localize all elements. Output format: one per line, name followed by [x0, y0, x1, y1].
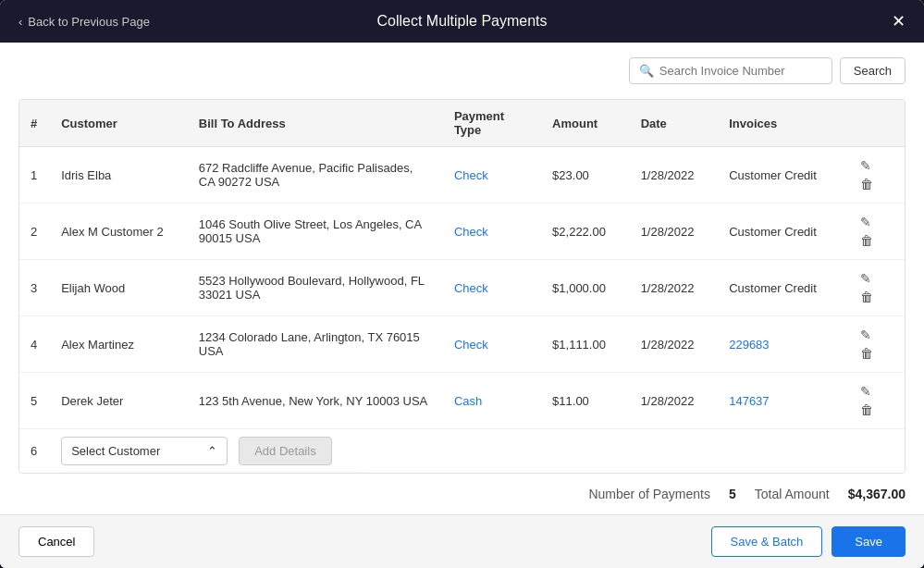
col-date: Date [630, 100, 719, 147]
cell-actions: ✎ 🗑 [845, 373, 905, 429]
select-customer-label: Select Customer [71, 444, 160, 458]
cell-customer: Derek Jeter [50, 373, 188, 429]
cell-payment-type: Check [443, 316, 541, 373]
cell-date: 1/28/2022 [630, 204, 719, 260]
cell-payment-type: Cash [443, 373, 541, 429]
cell-actions: ✎ 🗑 [845, 316, 905, 373]
table-row: 5 Derek Jeter 123 5th Avenue, New York, … [19, 373, 905, 429]
col-amount: Amount [541, 100, 630, 147]
payments-table: # Customer Bill To Address Payment Type … [19, 100, 905, 473]
col-customer: Customer [50, 100, 188, 147]
cell-address: 1046 South Olive Street, Los Angeles, CA… [188, 204, 443, 260]
payment-type-link[interactable]: Check [454, 225, 488, 239]
cell-amount: $2,222.00 [541, 204, 630, 260]
search-button[interactable]: Search [840, 57, 906, 84]
back-button[interactable]: ‹ Back to Previous Page [18, 15, 150, 29]
summary-row: Number of Payments 5 Total Amount $4,367… [18, 474, 906, 501]
select-customer-wrapper: Select Customer ⌃ 🔍 ✕ Armendarez, Sylvia… [61, 437, 228, 465]
edit-button[interactable]: ✎ [856, 382, 875, 401]
cell-date: 1/28/2022 [630, 147, 719, 204]
back-label: Back to Previous Page [28, 15, 150, 29]
cell-customer: Alex M Customer 2 [50, 204, 188, 260]
cell-actions: ✎ 🗑 [845, 260, 905, 316]
add-details-button: Add Details [239, 437, 331, 465]
col-actions [845, 100, 905, 147]
table-body: 1 Idris Elba 672 Radcliffe Avenue, Pacif… [19, 147, 905, 474]
cell-amount: $1,000.00 [541, 260, 630, 316]
cell-date: 1/28/2022 [630, 373, 719, 429]
col-address: Bill To Address [188, 100, 443, 147]
delete-button[interactable]: 🗑 [856, 288, 877, 306]
total-amount-label: Total Amount [755, 487, 830, 501]
cell-num: 2 [19, 204, 50, 260]
table-row: 4 Alex Martinez 1234 Colorado Lane, Arli… [19, 316, 905, 373]
chevron-up-icon: ⌃ [207, 444, 217, 458]
col-invoices: Invoices [718, 100, 845, 147]
modal-footer: Cancel Save & Batch Save [0, 514, 924, 568]
delete-button[interactable]: 🗑 [856, 231, 877, 250]
invoice-text: Customer Credit [729, 168, 817, 182]
cell-address: 5523 Hollywood Boulevard, Hollywood, FL … [188, 260, 443, 316]
cell-num: 4 [19, 316, 50, 373]
cell-amount: $1,111.00 [541, 316, 630, 373]
num-payments-label: Number of Payments [588, 487, 710, 501]
edit-button[interactable]: ✎ [856, 156, 875, 175]
table-row: 3 Elijah Wood 5523 Hollywood Boulevard, … [19, 260, 905, 316]
payments-table-container: # Customer Bill To Address Payment Type … [18, 99, 906, 474]
close-button[interactable]: ✕ [892, 13, 906, 30]
save-button[interactable]: Save [832, 526, 906, 557]
table-row: 2 Alex M Customer 2 1046 South Olive Str… [19, 204, 905, 260]
save-batch-button[interactable]: Save & Batch [711, 526, 823, 557]
table-row: 1 Idris Elba 672 Radcliffe Avenue, Pacif… [19, 147, 905, 204]
invoice-link[interactable]: 229683 [729, 338, 769, 352]
edit-button[interactable]: ✎ [856, 269, 875, 288]
invoice-search-wrapper: 🔍 [629, 57, 832, 84]
invoice-search-input[interactable] [659, 64, 822, 78]
delete-button[interactable]: 🗑 [856, 344, 877, 363]
modal-overlay: ‹ Back to Previous Page Collect Multiple… [0, 0, 924, 568]
select-customer-button[interactable]: Select Customer ⌃ [61, 437, 228, 465]
footer-right: Save & Batch Save [711, 526, 906, 557]
new-row: 6 Select Customer ⌃ 🔍 ✕ Armenda [19, 429, 905, 474]
cell-amount: $11.00 [541, 373, 630, 429]
cell-payment-type: Check [443, 204, 541, 260]
col-num: # [19, 100, 50, 147]
cell-payment-type: Check [443, 260, 541, 316]
new-row-num: 6 [19, 429, 50, 474]
cell-customer: Alex Martinez [50, 316, 188, 373]
cell-num: 3 [19, 260, 50, 316]
payment-type-link[interactable]: Check [454, 168, 488, 182]
num-payments-value: 5 [729, 487, 736, 501]
back-arrow-icon: ‹ [18, 15, 22, 29]
payment-type-link[interactable]: Check [454, 281, 488, 295]
delete-button[interactable]: 🗑 [856, 175, 877, 193]
cell-address: 1234 Colorado Lane, Arlington, TX 76015 … [188, 316, 443, 373]
cell-invoices: Customer Credit [718, 204, 845, 260]
payment-type-link[interactable]: Check [454, 338, 488, 352]
total-amount-value: $4,367.00 [848, 487, 906, 501]
cell-payment-type: Check [443, 147, 541, 204]
cell-amount: $23.00 [541, 147, 630, 204]
cell-actions: ✎ 🗑 [845, 204, 905, 260]
cell-invoices: Customer Credit [718, 147, 845, 204]
cell-invoices: 229683 [718, 316, 845, 373]
delete-button[interactable]: 🗑 [856, 401, 877, 419]
invoice-text: Customer Credit [729, 281, 817, 295]
invoice-link[interactable]: 147637 [729, 394, 769, 408]
edit-button[interactable]: ✎ [856, 326, 875, 344]
payment-type-link[interactable]: Cash [454, 394, 482, 408]
cell-invoices: Customer Credit [718, 260, 845, 316]
cancel-button[interactable]: Cancel [18, 526, 94, 557]
modal-header: ‹ Back to Previous Page Collect Multiple… [0, 0, 924, 43]
edit-button[interactable]: ✎ [856, 213, 875, 231]
new-row-actions [845, 429, 905, 474]
cell-address: 672 Radcliffe Avenue, Pacific Palisades,… [188, 147, 443, 204]
search-bar-row: 🔍 Search [18, 57, 906, 84]
table-header-row: # Customer Bill To Address Payment Type … [19, 100, 905, 147]
cell-num: 1 [19, 147, 50, 204]
invoice-text: Customer Credit [729, 225, 817, 239]
cell-num: 5 [19, 373, 50, 429]
invoice-search-icon: 🔍 [639, 64, 654, 78]
cell-customer: Idris Elba [50, 147, 188, 204]
cell-customer: Elijah Wood [50, 260, 188, 316]
